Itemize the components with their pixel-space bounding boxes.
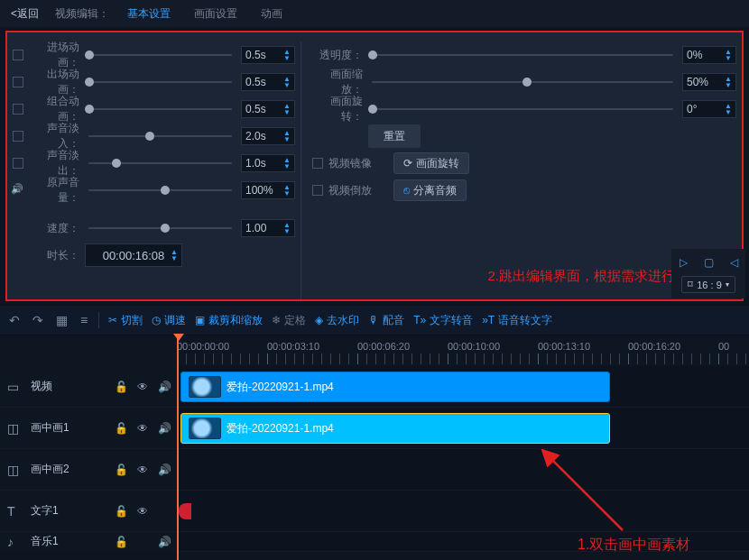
track-name: 音乐1 — [31, 534, 106, 549]
chevron-down-icon: ▾ — [726, 280, 729, 289]
exit-anim-checkbox[interactable] — [13, 77, 23, 87]
opacity-label: 透明度： — [312, 48, 363, 63]
enter-anim-slider[interactable] — [85, 49, 236, 61]
enter-anim-checkbox[interactable] — [13, 50, 23, 60]
list-icon[interactable]: ≡ — [79, 313, 89, 327]
lock-icon[interactable]: 🔓 — [114, 381, 128, 393]
tts-icon: T» — [413, 314, 426, 326]
lock-icon[interactable]: 🔓 — [114, 422, 128, 435]
fade-in-value[interactable]: 2.0s▲▼ — [241, 127, 295, 145]
dub-button[interactable]: 🎙配音 — [368, 313, 404, 328]
speaker-icon[interactable]: 🔊 — [157, 422, 171, 435]
timeline: 00:00:00:00 00:00:03:10 00:00:06:20 00:0… — [0, 335, 749, 560]
scale-slider[interactable] — [368, 76, 677, 88]
scale-value[interactable]: 50%▲▼ — [682, 73, 736, 91]
track-pip1: ◫ 画中画1 🔓 👁 🔊 爱拍-20220921-1.mp4 — [0, 408, 749, 449]
aspect-ratio-selector[interactable]: ⌑ 16 : 9 ▾ — [681, 276, 735, 293]
combo-anim-value[interactable]: 0.5s▲▼ — [241, 100, 295, 118]
rotate-row: 画面旋转： 0°▲▼ — [312, 96, 736, 123]
rotate-value[interactable]: 0°▲▼ — [682, 100, 736, 118]
rotate-slider[interactable] — [368, 103, 677, 115]
track-body[interactable] — [177, 449, 749, 490]
grid-icon[interactable]: ▦ — [54, 313, 69, 327]
speaker-icon[interactable]: 🔊 — [157, 536, 171, 548]
crop-button[interactable]: ▣裁剪和缩放 — [195, 313, 263, 328]
volume-slider[interactable] — [85, 184, 236, 197]
timeline-ruler[interactable]: 00:00:00:00 00:00:03:10 00:00:06:20 00:0… — [0, 335, 749, 366]
eye-icon[interactable]: 👁 — [135, 505, 150, 518]
track-body[interactable]: 爱拍-20220921-1.mp4 — [177, 366, 749, 407]
track-add-icon[interactable] — [179, 503, 191, 519]
stop-icon[interactable]: ▢ — [700, 254, 717, 271]
speed-label: 速度： — [29, 221, 79, 236]
rotate-icon: ⟳ — [403, 157, 412, 170]
crop-icon: ▣ — [195, 314, 205, 326]
pip-clip-selected[interactable]: 爱拍-20220921-1.mp4 — [180, 413, 610, 444]
tab-basic[interactable]: 基本设置 — [122, 5, 176, 23]
tab-canvas[interactable]: 画面设置 — [189, 5, 243, 23]
tab-animation[interactable]: 动画 — [255, 5, 288, 23]
top-nav: <返回 视频编辑： 基本设置 画面设置 动画 — [0, 0, 749, 27]
track-name: 画中画1 — [31, 420, 106, 436]
track-body[interactable] — [177, 491, 749, 531]
reset-button[interactable]: 重置 — [368, 124, 421, 148]
eye-icon[interactable]: 👁 — [135, 381, 150, 393]
combo-anim-slider[interactable] — [85, 103, 236, 115]
back-button[interactable]: <返回 — [7, 5, 42, 23]
playhead[interactable] — [177, 335, 179, 560]
undo-icon[interactable]: ↶ — [7, 313, 22, 327]
speaker-icon[interactable]: 🔊 — [157, 381, 171, 393]
lock-icon[interactable]: 🔓 — [114, 505, 128, 518]
tts-button[interactable]: T»文字转音 — [413, 313, 473, 328]
exit-anim-row: 出场动画： 0.5s▲▼ — [13, 69, 295, 96]
lock-icon[interactable]: 🔓 — [114, 464, 128, 476]
rotate-label: 画面旋转： — [312, 94, 363, 124]
speed-button[interactable]: ◷调速 — [152, 313, 186, 328]
speed-slider[interactable] — [85, 222, 236, 234]
fade-in-slider[interactable] — [85, 130, 236, 142]
fade-in-checkbox[interactable] — [13, 131, 23, 142]
watermark-button[interactable]: ◈去水印 — [315, 313, 359, 328]
enter-anim-value[interactable]: 0.5s▲▼ — [241, 46, 295, 64]
track-body[interactable]: 爱拍-20220921-1.mp4 — [177, 408, 749, 448]
scale-row: 画面缩放： 50%▲▼ — [312, 69, 736, 96]
mirror-checkbox[interactable]: 视频镜像 — [312, 156, 372, 171]
lock-icon[interactable]: 🔓 — [114, 536, 128, 548]
fade-out-row: 声音淡出： 1.0s▲▼ — [13, 150, 295, 177]
fade-out-checkbox[interactable] — [13, 158, 23, 169]
opacity-value[interactable]: 0%▲▼ — [682, 46, 736, 64]
eye-icon[interactable]: 👁 — [135, 422, 150, 435]
combo-anim-checkbox[interactable] — [13, 104, 23, 115]
track-pip2: ◫ 画中画2 🔓 👁 🔊 — [0, 449, 749, 491]
duration-value[interactable]: 00:00:16:08▲▼ — [85, 243, 182, 267]
stt-button[interactable]: »T语音转文字 — [482, 313, 552, 328]
clip-name: 爱拍-20220921-1.mp4 — [227, 380, 334, 395]
ruler-label: 00:00:03:10 — [267, 341, 319, 352]
cut-button[interactable]: ✂切割 — [108, 313, 143, 328]
editor-panel: 进场动画： 0.5s▲▼ 出场动画： 0.5s▲▼ 组合动画： — [5, 31, 744, 301]
play-icon[interactable]: ▷ — [675, 254, 691, 271]
canvas-rotate-button[interactable]: ⟳画面旋转 — [393, 152, 469, 174]
video-track-icon: ▭ — [7, 380, 23, 394]
fade-out-slider[interactable] — [85, 157, 236, 170]
freeze-button[interactable]: ❄定格 — [272, 313, 306, 328]
timeline-toolbar: ↶ ↷ ▦ ≡ ✂切割 ◷调速 ▣裁剪和缩放 ❄定格 ◈去水印 🎙配音 T»文字… — [0, 305, 749, 335]
eye-icon[interactable]: 👁 — [135, 464, 150, 476]
prev-frame-icon[interactable]: ◁ — [726, 254, 742, 271]
exit-anim-value[interactable]: 0.5s▲▼ — [241, 73, 295, 91]
left-column: 进场动画： 0.5s▲▼ 出场动画： 0.5s▲▼ 组合动画： — [13, 41, 301, 299]
fade-out-value[interactable]: 1.0s▲▼ — [241, 154, 295, 172]
combo-anim-row: 组合动画： 0.5s▲▼ — [13, 96, 295, 123]
video-clip[interactable]: 爱拍-20220921-1.mp4 — [180, 372, 610, 402]
split-audio-button[interactable]: ⎋分离音频 — [393, 179, 467, 201]
volume-row: 原声音量： 100%▲▼ — [13, 177, 295, 204]
reverse-checkbox[interactable]: 视频倒放 — [312, 183, 372, 198]
volume-value[interactable]: 100%▲▼ — [241, 181, 295, 199]
speaker-icon[interactable]: 🔊 — [157, 464, 171, 476]
speed-value[interactable]: 1.00▲▼ — [241, 219, 295, 237]
redo-icon[interactable]: ↷ — [31, 313, 45, 327]
mic-icon: 🎙 — [368, 314, 379, 326]
text-track-icon: T — [7, 504, 23, 519]
opacity-slider[interactable] — [368, 49, 677, 61]
exit-anim-slider[interactable] — [85, 76, 236, 88]
